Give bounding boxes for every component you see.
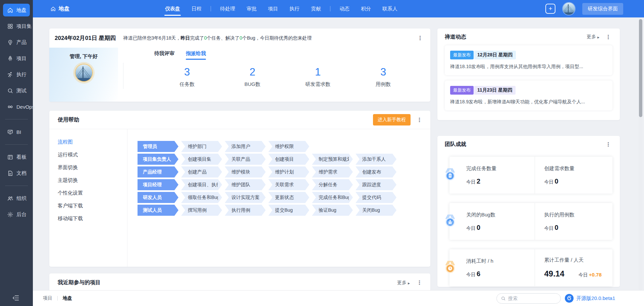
navbar-tab[interactable]: 待处理 xyxy=(214,0,241,17)
bi-icon xyxy=(7,129,13,135)
sidebar-item-admin[interactable]: 后台 xyxy=(0,206,33,222)
help-card: 使用帮助 进入新手教程 流程图运行模式界面切换主题切换个性化设置客户端下载移动端… xyxy=(49,111,430,267)
sidebar-item-org[interactable]: 组织 xyxy=(0,190,33,206)
welcome-kebab-menu-icon[interactable] xyxy=(416,35,424,41)
flow-step-chip: 提交代码 xyxy=(356,192,396,203)
profile-view-button[interactable]: 研发综合界面 xyxy=(582,3,623,15)
help-menu-item[interactable]: 界面切换 xyxy=(49,161,127,174)
scrollbar-thumb[interactable] xyxy=(639,19,642,117)
achievement-label: 消耗工时 / h xyxy=(466,258,535,264)
welcome-tabs: 待我评审指派给我 xyxy=(154,50,206,60)
sidebar-item-qa[interactable]: 测试 xyxy=(0,83,33,99)
help-title: 使用帮助 xyxy=(58,116,79,123)
zentao-news-kebab-menu-icon[interactable] xyxy=(604,34,612,40)
help-menu-item[interactable]: 运行模式 xyxy=(49,148,127,161)
navbar-tab[interactable]: 日程 xyxy=(186,0,207,17)
achievement-label: 累计工作量 / 人天 xyxy=(544,257,613,263)
sidebar-item-devops[interactable]: DevOps xyxy=(0,99,33,115)
sidebar-item-home[interactable]: 地盘 xyxy=(3,4,30,16)
navbar-brand[interactable]: 地盘 xyxy=(50,5,69,12)
help-kebab-menu-icon[interactable] xyxy=(415,117,424,123)
user-avatar[interactable] xyxy=(563,3,575,15)
org-icon xyxy=(7,195,13,202)
stat-label: BUG数 xyxy=(220,81,285,88)
recent-projects-more-link[interactable]: 更多 xyxy=(397,280,410,286)
sidebar-item-bi[interactable]: BI xyxy=(0,124,33,140)
sidebar-item-label: DevOps xyxy=(16,104,35,110)
recent-projects-kebab-menu-icon[interactable] xyxy=(415,280,424,286)
version-link[interactable]: 开源版20.0.beta1 xyxy=(565,294,615,303)
flow-step-label: 设计实现方案 xyxy=(231,195,260,201)
sidebar-item-label: 看板 xyxy=(16,154,26,160)
search-input[interactable] xyxy=(508,296,556,301)
achievement-cells: 消耗工时 / h今日6累计工作量 / 人天49.14今日+0.78 xyxy=(463,249,612,286)
sidebar-item-kanban[interactable]: 看板 xyxy=(0,149,33,165)
achievement-values: 今日2 xyxy=(466,177,535,185)
more-arrow-icon xyxy=(597,34,599,40)
news-item[interactable]: 最新发布12月28日 星期四禅道18.10发布啦，用例库支持从其他用例库导入用例… xyxy=(445,45,612,75)
stat-value: 1 xyxy=(285,66,351,78)
achievement-values: 今日0 xyxy=(544,224,613,232)
sidebar-item-execution[interactable]: 执行 xyxy=(0,66,33,83)
navbar-tab[interactable]: 贡献 xyxy=(305,0,327,17)
date-heading: 2024年02月01日 星期四 xyxy=(55,34,116,42)
zentao-news-more-link[interactable]: 更多 xyxy=(587,34,599,40)
navbar-tab[interactable]: 联系人 xyxy=(377,0,403,17)
sidebar-item-product[interactable]: 产品 xyxy=(0,34,33,50)
welcome-tab[interactable]: 指派给我 xyxy=(186,50,206,60)
team-achievements-kebab-menu-icon[interactable] xyxy=(604,142,612,147)
greeting-part: 完成了 xyxy=(190,35,204,41)
help-body: 流程图运行模式界面切换主题切换个性化设置客户端下载移动端下载 管理员维护部门添加… xyxy=(49,129,430,267)
flow-step-chip: 制定预算和规划 xyxy=(312,154,353,165)
help-menu: 流程图运行模式界面切换主题切换个性化设置客户端下载移动端下载 xyxy=(49,129,127,267)
achievement-cell: 创建需求数量今日0 xyxy=(535,157,613,194)
help-menu-item[interactable]: 移动端下载 xyxy=(49,212,127,225)
flow-step-label: 制定预算和规划 xyxy=(319,156,349,162)
help-menu-item[interactable]: 主题切换 xyxy=(49,174,127,187)
panel-greeting: 管理, 下午好 xyxy=(70,53,98,60)
flow-row: 产品经理创建产品维护模块维护计划维护需求创建发布 xyxy=(138,166,430,177)
footer-right: 开源版20.0.beta1 xyxy=(496,293,615,304)
flow-step-chip: 维护需求 xyxy=(312,166,353,177)
news-item[interactable]: 最新发布11月23日 星期四禅道18.9发布啦，新增禅道AI聊天功能，优化客户端… xyxy=(445,81,612,110)
welcome-tab[interactable]: 待我评审 xyxy=(154,50,174,60)
sidebar-item-label: 项目集 xyxy=(16,23,32,30)
sidebar-item-label: 后台 xyxy=(16,211,26,218)
help-menu-item[interactable]: 客户端下载 xyxy=(49,199,127,212)
product-icon xyxy=(7,39,13,46)
add-button[interactable]: + xyxy=(545,4,555,14)
flow-row: 项目经理创建项目、执行维护团队关联需求分解任务跟踪进度 xyxy=(138,179,430,190)
admin-icon xyxy=(7,211,13,218)
help-menu-item[interactable]: 流程图 xyxy=(49,136,127,148)
sidebar-item-label: 测试 xyxy=(16,88,26,94)
flow-step-chip: 维护权限 xyxy=(268,141,309,152)
flow-rows: 管理员维护部门添加用户维护权限项目集负责人创建项目集关联产品创建项目制定预算和规… xyxy=(127,129,430,267)
recent-projects-header: 我近期参与的项目 更多 xyxy=(49,273,430,292)
navbar-tab[interactable]: 积分 xyxy=(355,0,377,17)
help-menu-item[interactable]: 个性化设置 xyxy=(49,187,127,199)
flow-step-chip: 添加用户 xyxy=(225,141,266,152)
flow-row: 项目集负责人创建项目集关联产品创建项目制定预算和规划添加干系人 xyxy=(138,154,430,165)
flow-step-chip: 更新状态 xyxy=(268,192,309,203)
bug-medal-icon xyxy=(442,213,458,230)
flow-step-chip: 跟踪进度 xyxy=(356,179,396,190)
achievement-cell: 执行的用例数今日0 xyxy=(535,203,613,240)
flow-step-label: 维护权限 xyxy=(275,144,294,150)
navbar-tab[interactable]: 执行 xyxy=(284,0,305,17)
zentao-logo-icon xyxy=(565,294,574,303)
flow-role-label: 项目集负责人 xyxy=(143,156,171,162)
navbar-tab[interactable]: 项目 xyxy=(262,0,284,17)
sidebar-item-program[interactable]: 项目集 xyxy=(0,18,33,34)
collapse-sidebar-icon[interactable] xyxy=(12,294,19,302)
navbar-tab[interactable]: 仪表盘 xyxy=(159,0,186,17)
achievement-label: 创建需求数量 xyxy=(544,165,613,172)
news-text: 禅道18.9发布啦，新增禅道AI聊天功能，优化客户端导航及个人... xyxy=(450,99,607,105)
tutorial-button[interactable]: 进入新手教程 xyxy=(373,114,411,125)
navbar-tab[interactable]: 审批 xyxy=(241,0,262,17)
navbar-tab[interactable]: 动态 xyxy=(334,0,355,17)
version-text: 开源版20.0.beta1 xyxy=(576,295,615,302)
sidebar-item-doc[interactable]: 文档 xyxy=(0,165,33,181)
sidebar-item-project[interactable]: 项目 xyxy=(0,50,33,66)
user-avatar-large[interactable] xyxy=(75,64,93,82)
breadcrumb-app[interactable]: 项目 xyxy=(43,295,52,301)
